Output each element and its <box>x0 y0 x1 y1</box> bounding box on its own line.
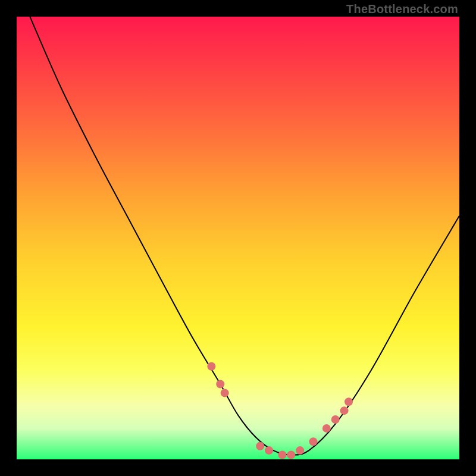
highlight-dot <box>296 446 304 455</box>
highlight-dot <box>322 424 331 433</box>
bottleneck-curve <box>30 17 459 455</box>
highlight-dot <box>287 451 295 459</box>
highlight-dot <box>265 446 273 455</box>
plot-area <box>17 17 459 459</box>
highlight-dot <box>331 415 340 424</box>
highlight-dot <box>207 362 215 371</box>
highlight-dot <box>345 397 353 406</box>
highlight-dot <box>309 437 317 446</box>
highlight-dot <box>340 406 349 415</box>
highlight-dot <box>278 451 286 459</box>
highlight-dot <box>221 389 229 397</box>
curve-layer <box>17 17 459 459</box>
highlight-dot <box>216 380 224 389</box>
attribution-label: TheBottleneck.com <box>346 2 458 16</box>
highlight-dots <box>207 362 353 459</box>
chart-frame: TheBottleneck.com <box>0 0 476 476</box>
highlight-dot <box>256 442 264 450</box>
